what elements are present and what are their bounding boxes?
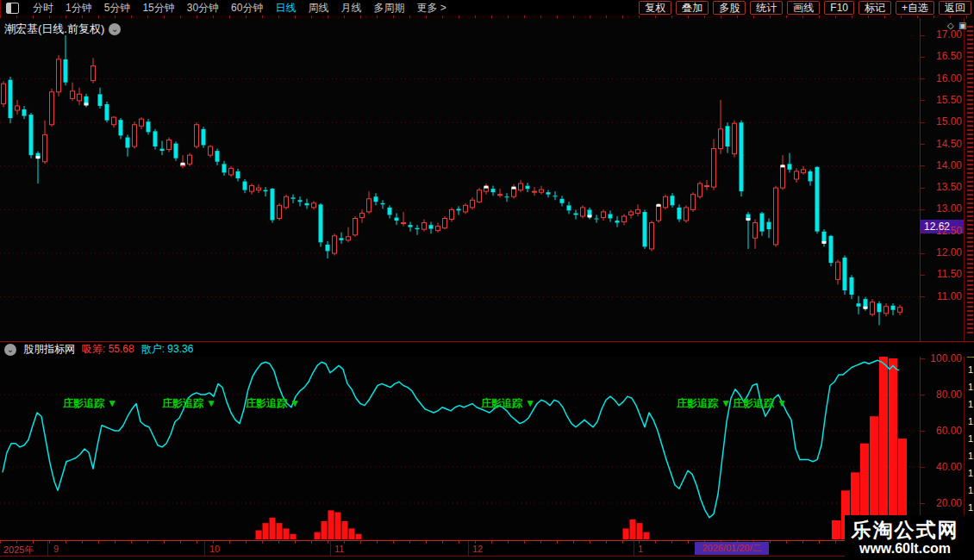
price-axis-label: 12.50 (936, 226, 962, 236)
clipped-vertical-text (967, 25, 973, 333)
price-axis: 12.62 17.0016.5016.0015.5015.0014.5014.0… (920, 18, 965, 341)
chart-title-row: 潮宏基(日线.前复权) ⌄ (4, 22, 121, 37)
tool-button-统计[interactable]: 统计 (750, 1, 783, 15)
price-axis-label: 15.50 (936, 95, 962, 105)
clipped-list-number: 1 (968, 365, 973, 375)
month-divider (204, 541, 205, 556)
tool-button-标记[interactable]: 标记 (858, 1, 891, 15)
month-label-1: 1 (638, 544, 643, 554)
month-divider (468, 541, 469, 556)
main-chart-panel[interactable]: 潮宏基(日线.前复权) ⌄ ◇ ▣ 12.62 17.0016.5016.001… (0, 18, 974, 341)
period-item-分时[interactable]: 分时 (33, 1, 53, 16)
period-item-多周期[interactable]: 多周期 (373, 1, 404, 16)
price-tick (921, 188, 925, 189)
indicator-axis-label: 40.00 (936, 462, 962, 472)
signal-label: 庄影追踪 ▼ (161, 397, 216, 409)
clipped-list-number: 1 (968, 417, 973, 426)
indicator-tick (921, 395, 925, 395)
tool-button-F10[interactable]: F10 (824, 1, 854, 15)
price-axis-label: 11.00 (937, 291, 962, 302)
price-tick (921, 296, 925, 297)
collapse-chart-icon[interactable]: ⌄ (109, 23, 121, 35)
price-axis-label: 11.50 (937, 269, 962, 279)
clipped-list-number: 1 (968, 383, 973, 392)
period-item-周线[interactable]: 周线 (308, 1, 328, 16)
trading-app-window: 分时1分钟5分钟15分钟30分钟60分钟日线周线月线多周期更多 > 复权叠加多股… (0, 0, 974, 560)
price-axis-label: 16.50 (936, 51, 962, 61)
price-tick (921, 209, 925, 210)
period-item-30分钟[interactable]: 30分钟 (187, 1, 219, 16)
indicator-tick (921, 431, 925, 432)
price-tick (921, 231, 925, 232)
price-tick (921, 165, 925, 166)
clipped-list-number: 1 (968, 503, 973, 513)
price-tick (921, 122, 925, 123)
signal-label: 庄影追踪 ▼ (245, 397, 300, 409)
period-item-1分钟[interactable]: 1分钟 (66, 1, 92, 16)
signal-label: 庄影追踪 ▼ (732, 397, 787, 409)
period-menu: 分时1分钟5分钟15分钟30分钟60分钟日线周线月线多周期更多 > (1, 1, 446, 16)
top-toolbar: 分时1分钟5分钟15分钟30分钟60分钟日线周线月线多周期更多 > 复权叠加多股… (0, 0, 974, 16)
tool-buttons: 复权叠加多股统计画线F10标记+自选返回 (639, 1, 974, 15)
price-tick (921, 57, 925, 58)
signal-label: 庄影追踪 ▼ (676, 397, 731, 409)
price-axis-label: 17.00 (936, 29, 962, 40)
clipped-list-number: 1 (968, 400, 973, 409)
indicator-tick (921, 467, 925, 468)
tool-button-+自选[interactable]: +自选 (896, 1, 934, 15)
price-tick (921, 35, 925, 36)
period-item-60分钟[interactable]: 60分钟 (231, 1, 263, 16)
indicator-chart[interactable]: 庄影追踪 ▼庄影追踪 ▼庄影追踪 ▼庄影追踪 ▼庄影追踪 ▼庄影追踪 ▼ (0, 357, 920, 540)
indicator-tick (921, 503, 925, 504)
current-date-tag: 2026/01/20/二 (695, 542, 769, 555)
indicator-axis-label: 60.00 (936, 426, 962, 436)
layout-toggle-icon[interactable] (6, 3, 19, 14)
price-tick (921, 100, 925, 101)
indicator-axis-label: 20.00 (936, 498, 962, 508)
tool-button-多股[interactable]: 多股 (713, 1, 746, 15)
price-tick (921, 275, 925, 276)
month-label-10: 10 (209, 544, 220, 554)
indicator-name[interactable]: 股朋指标网 (23, 342, 75, 357)
month-label-9: 9 (53, 544, 59, 554)
tool-button-返回[interactable]: 返回 (939, 1, 971, 15)
price-axis-label: 15.00 (936, 116, 962, 127)
indicator-axis-label: 80.00 (936, 389, 962, 400)
indicator-header: ⌄ 股朋指标网 吸筹: 55.68散户: 93.36 (0, 341, 974, 357)
window-box-icon[interactable]: ▣ (958, 21, 966, 30)
right-edge-strip-top (964, 18, 974, 341)
candlestick-chart[interactable] (0, 18, 920, 341)
clipped-list-number: 1 (968, 434, 973, 444)
collapse-indicator-icon[interactable]: ⌄ (4, 344, 16, 356)
price-tick (921, 253, 925, 254)
tool-button-画线[interactable]: 画线 (787, 1, 820, 15)
period-item-5分钟[interactable]: 5分钟 (104, 1, 131, 16)
price-axis-label: 14.50 (936, 139, 962, 149)
period-item-月线[interactable]: 月线 (340, 1, 361, 16)
price-tick (921, 78, 925, 79)
month-divider (47, 541, 48, 556)
price-axis-label: 12.00 (936, 247, 962, 258)
month-divider (330, 541, 331, 556)
price-axis-label: 13.50 (936, 182, 962, 192)
time-axis-ticks (0, 541, 920, 544)
indicator-value-散户: 散户: 93.36 (141, 342, 194, 357)
watermark-url: www.60lt.com (859, 541, 951, 557)
watermark-site-name: 乐淘公式网 (852, 520, 959, 541)
indicator-tick (921, 358, 925, 359)
price-axis-label: 13.00 (936, 203, 962, 214)
indicator-value-吸筹: 吸筹: 55.68 (82, 342, 134, 357)
tool-button-叠加[interactable]: 叠加 (676, 1, 709, 15)
year-label: 2025年 (3, 544, 34, 557)
clipped-list-number: 1 (968, 451, 973, 461)
watermark: 乐淘公式网 www.60lt.com (845, 515, 974, 560)
period-item-更多 >[interactable]: 更多 > (416, 1, 446, 16)
price-tick (921, 144, 925, 145)
clipped-list-number: 1 (968, 469, 973, 478)
diamond-icon[interactable]: ◇ (947, 21, 954, 30)
tool-button-复权[interactable]: 复权 (639, 1, 671, 15)
period-item-15分钟[interactable]: 15分钟 (142, 1, 174, 16)
period-item-日线[interactable]: 日线 (275, 1, 296, 16)
clipped-list-number: 1 (968, 486, 973, 495)
signal-label: 庄影追踪 ▼ (62, 397, 117, 409)
